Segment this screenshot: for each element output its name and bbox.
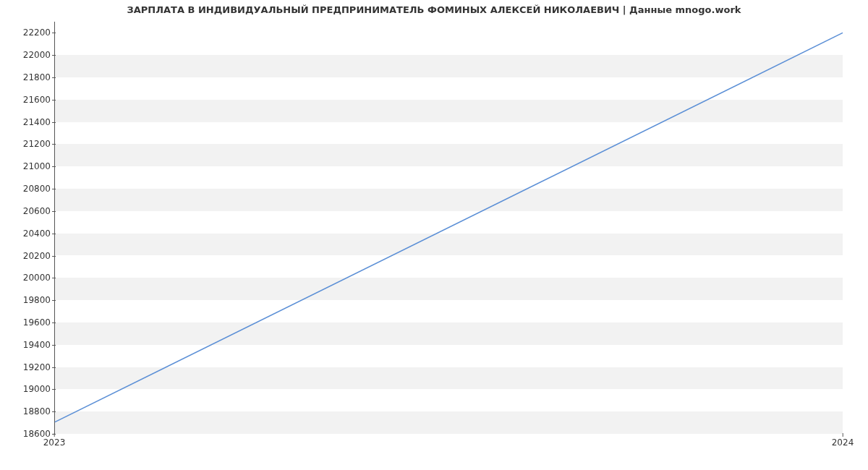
y-tick-label: 19000: [7, 384, 51, 394]
y-tick-label: 22000: [7, 50, 51, 60]
y-tick-label: 20600: [7, 206, 51, 216]
plot-area: [54, 22, 843, 434]
y-tick-label: 21000: [7, 161, 51, 171]
x-tick-label: 2023: [43, 437, 66, 448]
y-tick-label: 20000: [7, 273, 51, 283]
series-line: [55, 33, 843, 422]
chart-container: ЗАРПЛАТА В ИНДИВИДУАЛЬНЫЙ ПРЕДПРИНИМАТЕЛ…: [0, 0, 868, 470]
y-tick-label: 19200: [7, 362, 51, 372]
y-tick-label: 19800: [7, 295, 51, 305]
y-tick-label: 22200: [7, 27, 51, 38]
y-tick-label: 20200: [7, 251, 51, 261]
y-tick-label: 21800: [7, 72, 51, 82]
x-tick-label: 2024: [832, 437, 854, 448]
y-tick-label: 21200: [7, 139, 51, 149]
y-tick-label: 20800: [7, 184, 51, 194]
y-tick-label: 20400: [7, 228, 51, 239]
y-tick-label: 19400: [7, 340, 51, 350]
y-tick-label: 21400: [7, 117, 51, 127]
y-tick-label: 21600: [7, 95, 51, 105]
line-series: [55, 22, 843, 433]
y-tick-label: 18800: [7, 406, 51, 416]
y-tick-label: 19600: [7, 317, 51, 328]
chart-title: ЗАРПЛАТА В ИНДИВИДУАЛЬНЫЙ ПРЕДПРИНИМАТЕЛ…: [0, 4, 868, 15]
